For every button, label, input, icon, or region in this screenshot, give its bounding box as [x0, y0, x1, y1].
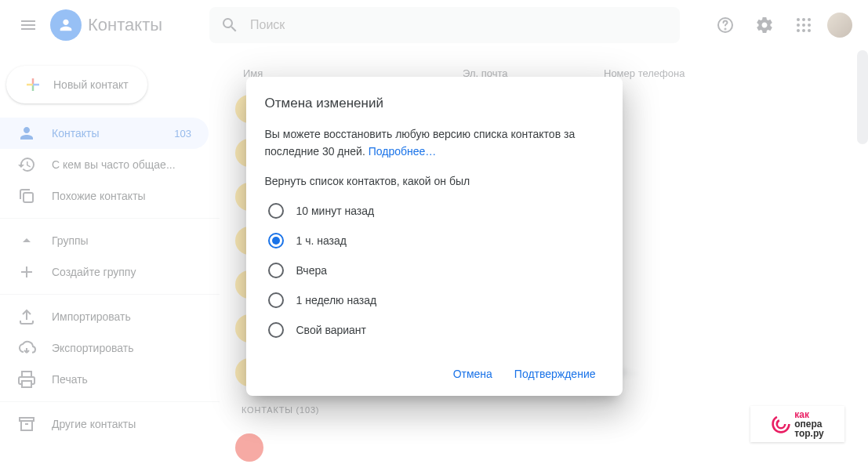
radio-icon	[268, 322, 284, 338]
undo-changes-dialog: Отмена изменений Вы можете восстановить …	[246, 77, 623, 396]
watermark-line3: тор.ру	[794, 429, 824, 438]
dialog-subtitle: Вернуть список контактов, какой он был	[265, 175, 604, 187]
svg-point-13	[773, 416, 790, 433]
radio-option[interactable]: Свой вариант	[268, 317, 601, 343]
radio-option[interactable]: Вчера	[268, 258, 601, 283]
radio-label: Свой вариант	[296, 324, 367, 336]
radio-label: 1 неделю назад	[296, 294, 377, 306]
dialog-actions: Отмена Подтверждение	[265, 361, 604, 386]
radio-icon	[268, 203, 284, 219]
learn-more-link[interactable]: Подробнее…	[369, 145, 437, 158]
radio-icon	[268, 263, 284, 278]
radio-option[interactable]: 1 ч. назад	[268, 228, 601, 253]
confirm-button[interactable]: Подтверждение	[507, 361, 604, 386]
svg-point-14	[777, 420, 785, 428]
radio-option[interactable]: 1 неделю назад	[268, 288, 601, 313]
radio-icon	[268, 292, 284, 308]
radio-label: 10 минут назад	[296, 205, 375, 217]
dialog-title: Отмена изменений	[265, 96, 604, 111]
radio-label: Вчера	[296, 264, 328, 277]
watermark-icon	[771, 414, 791, 434]
dialog-description: Вы можете восстановить любую версию спис…	[265, 125, 604, 161]
watermark: как опера тор.ру	[750, 406, 844, 442]
radio-option[interactable]: 10 минут назад	[268, 198, 601, 223]
modal-overlay: Отмена изменений Вы можете восстановить …	[0, 0, 868, 475]
radio-group: 10 минут назад1 ч. назадВчера1 неделю на…	[265, 198, 604, 343]
radio-icon	[268, 233, 284, 248]
radio-label: 1 ч. назад	[296, 234, 347, 247]
cancel-button[interactable]: Отмена	[445, 361, 500, 386]
